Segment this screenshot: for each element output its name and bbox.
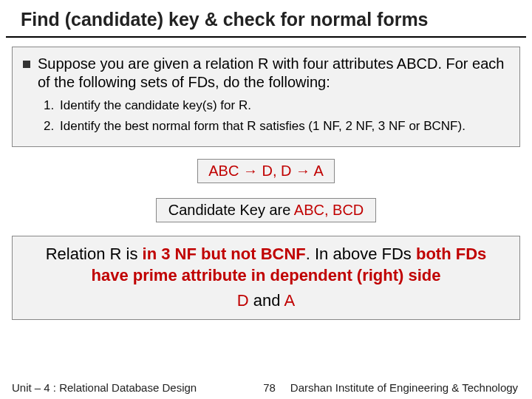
result-d: D (237, 291, 249, 310)
result-a: A (284, 291, 295, 310)
candidate-key-box: Candidate Key are ABC, BCD (156, 198, 377, 222)
result-text: . In above FDs (306, 245, 416, 263)
result-emph: in 3 NF but not BCNF (143, 245, 306, 263)
result-line1: Relation R is in 3 NF but not BCNF. In a… (27, 244, 505, 286)
result-box: Relation R is in 3 NF but not BCNF. In a… (12, 236, 520, 320)
slide-title: Find (candidate) key & check for normal … (6, 0, 526, 38)
result-text: Relation R is (46, 245, 143, 263)
result-and: and (249, 291, 284, 310)
step-text: Identify the candidate key(s) for R. (60, 98, 251, 114)
intro-text: Suppose you are given a relation R with … (38, 55, 509, 92)
step-num: 1. (44, 98, 60, 114)
footer-institute: Darshan Institute of Engineering & Techn… (290, 381, 520, 394)
list-item: 2. Identify the best normal form that R … (44, 118, 509, 134)
bullet-icon (23, 61, 30, 68)
footer: Unit – 4 : Relational Database Design 78… (0, 375, 532, 399)
intro-box: Suppose you are given a relation R with … (12, 47, 520, 147)
step-num: 2. (44, 118, 60, 134)
ck-keys: ABC, BCD (294, 202, 364, 218)
intro-row: Suppose you are given a relation R with … (23, 55, 509, 92)
list-item: 1. Identify the candidate key(s) for R. (44, 98, 509, 114)
step-text: Identify the best normal form that R sat… (60, 118, 466, 134)
footer-unit: Unit – 4 : Relational Database Design (12, 381, 197, 394)
step-list: 1. Identify the candidate key(s) for R. … (44, 98, 509, 134)
footer-page: 78 (263, 381, 276, 394)
result-line2: D and A (27, 290, 505, 312)
ck-label: Candidate Key are (168, 202, 294, 218)
fd-box: ABC → D, D → A (197, 159, 335, 183)
